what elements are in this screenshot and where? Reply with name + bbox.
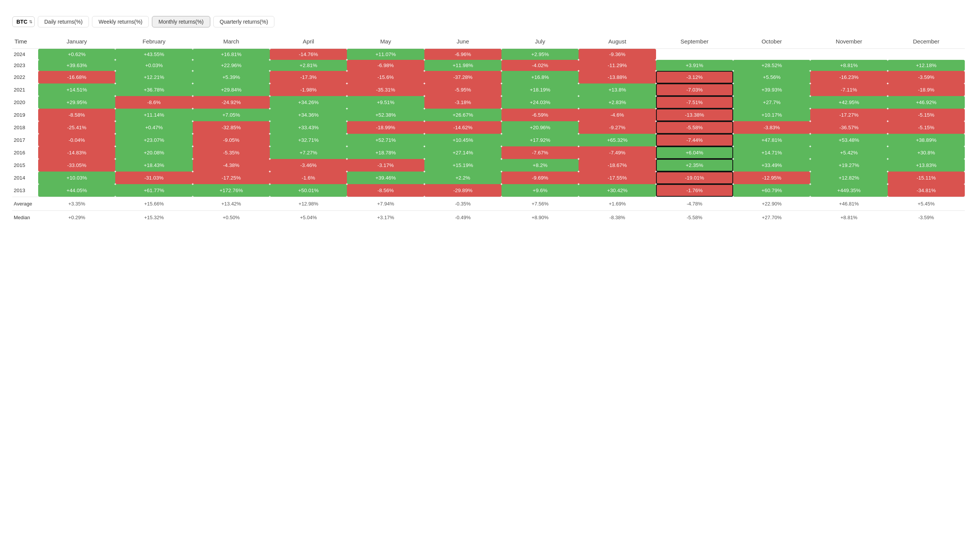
tab-quarterly[interactable]: Quarterly returns(%) [213,16,275,27]
data-cell: -15.11% [888,172,965,184]
summary-cell: -4.78% [656,197,733,210]
data-cell: +2.95% [502,49,579,60]
data-cell: +34.36% [270,108,347,121]
col-header-march: March [193,34,270,49]
tab-daily[interactable]: Daily returns(%) [38,16,89,27]
data-cell: +12.18% [888,60,965,71]
table-row: 2019-8.58%+11.14%+7.05%+34.36%+52.38%+26… [12,108,965,121]
col-header-july: July [502,34,579,49]
summary-cell: +15.66% [115,197,192,210]
table-row: 2024+0.62%+43.55%+16.81%-14.76%+11.07%-6… [12,49,965,60]
summary-cell: -0.35% [424,197,502,210]
data-cell: +10.45% [424,134,502,147]
data-cell: +33.49% [733,159,810,172]
data-cell: +39.63% [38,60,115,71]
data-cell: -0.04% [38,134,115,147]
year-cell: 2019 [12,108,38,121]
data-cell [888,49,965,60]
data-cell: -8.56% [347,184,424,197]
data-cell: +9.51% [347,96,424,108]
data-cell: +46.92% [888,96,965,108]
data-cell: +18.19% [502,83,579,96]
data-cell: -14.62% [424,121,502,134]
summary-cell: +1.69% [579,197,656,210]
data-cell: -8.6% [115,96,192,108]
data-cell: +7.27% [270,147,347,159]
controls-bar: BTC Daily returns(%) Weekly returns(%) M… [12,16,965,27]
data-cell: +11.98% [424,60,502,71]
summary-cell: +12.98% [270,197,347,210]
summary-label: Median [12,210,38,224]
table-row: 2016-14.83%+20.08%-5.35%+7.27%+18.78%+27… [12,147,965,159]
data-cell: -5.95% [424,83,502,96]
summary-row: Median+0.29%+15.32%+0.50%+5.04%+3.17%-0.… [12,210,965,224]
col-header-september: September [656,34,733,49]
summary-cell: +8.81% [810,210,887,224]
table-row: 2013+44.05%+61.77%+172.76%+50.01%-8.56%-… [12,184,965,197]
data-cell: +5.42% [810,147,887,159]
data-cell: +2.83% [579,96,656,108]
col-header-june: June [424,34,502,49]
data-cell: -31.03% [115,172,192,184]
year-cell: 2013 [12,184,38,197]
data-cell: -32.85% [193,121,270,134]
data-cell: -3.12% [656,71,733,83]
data-cell: -16.23% [810,71,887,83]
data-cell: -25.41% [38,121,115,134]
data-cell: +7.05% [193,108,270,121]
data-cell: -19.01% [656,172,733,184]
tab-weekly[interactable]: Weekly returns(%) [92,16,149,27]
data-cell: -5.15% [888,108,965,121]
data-cell: -3.18% [424,96,502,108]
table-row: 2014+10.03%-31.03%-17.25%-1.6%+39.46%+2.… [12,172,965,184]
data-cell: +27.14% [424,147,502,159]
data-cell: +20.96% [502,121,579,134]
summary-cell: +5.45% [888,197,965,210]
data-cell: -8.58% [38,108,115,121]
data-cell: -36.57% [810,121,887,134]
data-cell: -7.11% [810,83,887,96]
data-cell: -9.69% [502,172,579,184]
data-cell: +449.35% [810,184,887,197]
year-cell: 2017 [12,134,38,147]
data-cell: -7.49% [579,147,656,159]
data-cell: +29.84% [193,83,270,96]
summary-row: Average+3.35%+15.66%+13.42%+12.98%+7.94%… [12,197,965,210]
data-cell: +26.67% [424,108,502,121]
col-header-may: May [347,34,424,49]
data-cell: +50.01% [270,184,347,197]
data-cell: -18.9% [888,83,965,96]
summary-cell: -3.59% [888,210,965,224]
data-cell: +34.26% [270,96,347,108]
data-cell: -29.89% [424,184,502,197]
data-cell: -7.44% [656,134,733,147]
year-cell: 2022 [12,71,38,83]
table-row: 2020+29.95%-8.6%-24.92%+34.26%+9.51%-3.1… [12,96,965,108]
summary-cell: +0.50% [193,210,270,224]
data-cell: -14.83% [38,147,115,159]
tab-monthly[interactable]: Monthly returns(%) [152,16,210,27]
data-cell: -6.96% [424,49,502,60]
table-row: 2023+39.63%+0.03%+22.96%+2.81%-6.98%+11.… [12,60,965,71]
data-cell: +19.27% [810,159,887,172]
data-cell: -24.92% [193,96,270,108]
year-cell: 2015 [12,159,38,172]
data-cell: +172.76% [193,184,270,197]
data-cell: +12.21% [115,71,192,83]
data-cell: +10.17% [733,108,810,121]
data-cell: -4.6% [579,108,656,121]
summary-cell: +15.32% [115,210,192,224]
data-cell: -7.03% [656,83,733,96]
summary-cell: +5.04% [270,210,347,224]
summary-cell: +27.70% [733,210,810,224]
data-cell: +24.03% [502,96,579,108]
summary-cell: +8.90% [502,210,579,224]
data-cell: -5.35% [193,147,270,159]
data-cell: +14.71% [733,147,810,159]
data-cell: +15.19% [424,159,502,172]
asset-select[interactable]: BTC [12,17,35,27]
summary-cell: -0.49% [424,210,502,224]
data-cell: -17.25% [193,172,270,184]
data-cell: -18.99% [347,121,424,134]
data-cell: +13.83% [888,159,965,172]
